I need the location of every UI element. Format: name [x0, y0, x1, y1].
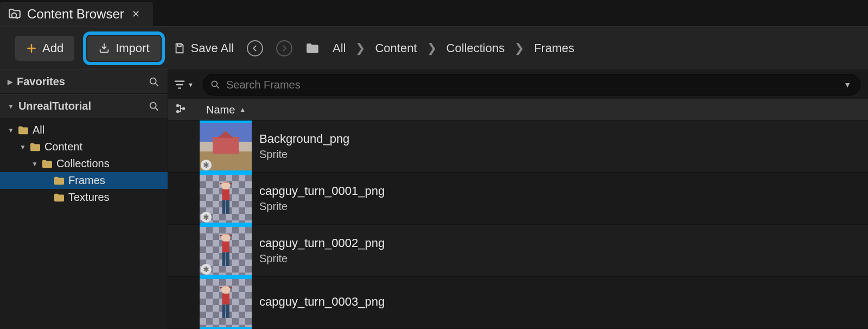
asterisk-badge-icon: ✱ — [201, 160, 212, 170]
folder-icon[interactable] — [305, 42, 320, 54]
breadcrumb-item[interactable]: Frames — [534, 41, 575, 55]
search-icon[interactable] — [148, 100, 160, 112]
svg-point-4 — [212, 81, 217, 86]
tree-label: Collections — [56, 157, 110, 170]
svg-rect-15 — [226, 252, 229, 266]
asset-thumbnail — [200, 277, 252, 329]
tree-item-textures[interactable]: Textures — [0, 189, 168, 206]
toolbar: Add Import Save All All ❯ Content ❯ Coll… — [0, 26, 868, 69]
asset-type: Sprite — [259, 200, 385, 213]
column-header: Name ▲ — [168, 99, 868, 121]
add-button[interactable]: Add — [15, 36, 74, 61]
svg-rect-13 — [222, 242, 229, 252]
sidebar: ▶ Favorites ▼ UnrealTutorial ▼ All ▼ — [0, 69, 168, 329]
chevron-down-icon[interactable]: ▼ — [844, 80, 851, 89]
asset-thumbnail: ✱ — [200, 121, 252, 173]
folder-icon — [17, 125, 29, 135]
tree-label: Content — [44, 141, 82, 153]
svg-rect-10 — [222, 200, 225, 214]
asset-type: Sprite — [259, 148, 349, 161]
chevron-right-icon: ❯ — [514, 41, 524, 55]
project-label: UnrealTutorial — [18, 100, 91, 112]
close-icon[interactable]: ✕ — [130, 8, 142, 20]
sort-ascending-icon: ▲ — [239, 106, 246, 113]
import-button[interactable]: Import — [87, 36, 160, 61]
asset-name: Background_png — [259, 132, 349, 146]
favorites-label: Favorites — [17, 75, 65, 88]
tree-label: All — [33, 124, 44, 136]
search-input[interactable] — [226, 79, 844, 91]
chevron-right-icon: ❯ — [355, 41, 365, 55]
svg-rect-19 — [226, 305, 229, 318]
tree-item-frames[interactable]: Frames — [0, 172, 168, 189]
svg-rect-1 — [177, 43, 181, 46]
svg-rect-17 — [222, 294, 229, 305]
asset-name: capguy_turn_0001_png — [259, 184, 385, 198]
caret-down-icon: ▼ — [20, 143, 26, 151]
caret-down-icon: ▼ — [8, 126, 14, 134]
folder-icon — [29, 142, 41, 152]
content-browser-icon — [8, 7, 22, 21]
character-preview-icon — [215, 284, 236, 321]
tree-label: Frames — [68, 174, 105, 187]
tree-item-content[interactable]: ▼ Content — [0, 138, 168, 155]
add-label: Add — [42, 41, 63, 55]
character-preview-icon — [215, 180, 236, 217]
sidebar-favorites-header[interactable]: ▶ Favorites — [0, 69, 168, 94]
filter-button[interactable]: ▼ — [174, 79, 195, 91]
character-preview-icon — [215, 232, 236, 269]
name-column-header[interactable]: Name ▲ — [206, 104, 246, 116]
nav-back-button[interactable] — [247, 40, 263, 56]
chevron-right-icon: ❯ — [427, 41, 437, 55]
save-all-label: Save All — [191, 41, 234, 55]
asset-name: capguy_turn_0002_png — [259, 236, 385, 250]
caret-down-icon: ▼ — [31, 160, 38, 168]
svg-point-3 — [150, 102, 156, 108]
asterisk-badge-icon: ✱ — [201, 212, 212, 223]
asset-row[interactable]: ✱ capguy_turn_0002_png Sprite — [168, 225, 868, 277]
folder-icon — [41, 159, 53, 169]
save-icon — [174, 42, 186, 54]
svg-point-0 — [12, 13, 17, 18]
folder-icon — [53, 176, 65, 186]
folder-icon — [53, 193, 65, 203]
svg-rect-11 — [226, 200, 229, 214]
plus-icon — [26, 43, 37, 54]
svg-rect-9 — [222, 189, 229, 200]
caret-down-icon: ▼ — [8, 103, 14, 110]
asset-name: capguy_turn_0003_png — [259, 295, 385, 309]
tree-item-all[interactable]: ▼ All — [0, 122, 168, 138]
tab-bar: Content Browser ✕ — [0, 0, 868, 26]
tree-item-collections[interactable]: ▼ Collections — [0, 155, 168, 172]
save-all-button[interactable]: Save All — [174, 41, 234, 55]
name-header-label: Name — [206, 104, 235, 116]
import-label: Import — [116, 41, 149, 55]
search-box[interactable]: ▼ — [203, 74, 860, 96]
tab-title: Content Browser — [27, 7, 124, 22]
tree-label: Textures — [68, 191, 110, 204]
caret-right-icon: ▶ — [8, 78, 12, 86]
folder-tree: ▼ All ▼ Content ▼ Collections Frames — [0, 118, 168, 209]
svg-rect-14 — [222, 252, 225, 266]
asset-row[interactable]: ✱ Background_png Sprite — [168, 121, 868, 173]
asset-thumbnail: ✱ — [200, 225, 252, 277]
sidebar-project-header[interactable]: ▼ UnrealTutorial — [0, 94, 168, 118]
search-icon[interactable] — [148, 76, 160, 88]
import-icon — [98, 42, 110, 54]
main-panel: ▼ ▼ Name ▲ — [168, 69, 868, 329]
asset-row[interactable]: ✱ capguy_turn_0001_png Sprite — [168, 173, 868, 225]
breadcrumb-item[interactable]: All — [333, 41, 346, 55]
hierarchy-icon[interactable] — [175, 103, 187, 115]
asset-thumbnail: ✱ — [200, 173, 252, 225]
asterisk-badge-icon: ✱ — [201, 264, 212, 275]
asset-type: Sprite — [259, 252, 385, 265]
svg-rect-18 — [222, 305, 225, 318]
svg-point-2 — [150, 78, 156, 84]
search-icon — [210, 79, 221, 90]
breadcrumb-item[interactable]: Content — [375, 41, 417, 55]
breadcrumb-item[interactable]: Collections — [446, 41, 505, 55]
asset-row[interactable]: capguy_turn_0003_png — [168, 277, 868, 329]
nav-forward-button[interactable] — [276, 40, 292, 56]
tab-content-browser[interactable]: Content Browser ✕ — [0, 2, 153, 26]
breadcrumb: All ❯ Content ❯ Collections ❯ Frames — [333, 41, 575, 55]
